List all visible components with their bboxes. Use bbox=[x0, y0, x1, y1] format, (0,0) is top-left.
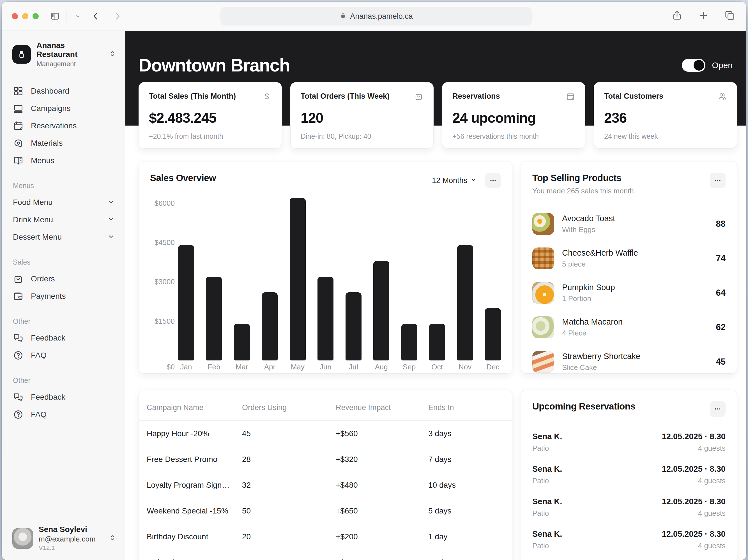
stat-card-total-sales-this-month[interactable]: Total Sales (This Month)$2.483.245+20.1%… bbox=[139, 82, 282, 149]
chrome-divider bbox=[66, 10, 67, 22]
product-row-matcha-macaron[interactable]: Matcha Macaron4 Piece62 bbox=[532, 310, 726, 344]
sidebar-item-payments[interactable]: Payments bbox=[11, 288, 117, 305]
product-row-cheese-herb-waffle[interactable]: Cheese&Herb Waffle5 piece74 bbox=[532, 241, 726, 275]
bar-jun[interactable] bbox=[318, 277, 333, 361]
workspace-switcher[interactable]: Ananas Restaurant Management bbox=[11, 39, 117, 68]
sidebar-item-orders[interactable]: Orders bbox=[11, 270, 117, 288]
open-toggle[interactable] bbox=[682, 59, 705, 72]
calendar-icon bbox=[13, 121, 24, 131]
minimize-window-button[interactable] bbox=[22, 13, 28, 19]
address-bar[interactable]: Ananas.pamelo.ca bbox=[220, 7, 532, 25]
chart-x-axis: JanFebMarAprMayJunJulAugSepOctNovDec bbox=[178, 361, 501, 373]
chart-y-zero: $0 bbox=[150, 361, 178, 373]
table-cell: 3 days bbox=[428, 429, 504, 438]
stat-card-total-customers[interactable]: Total Customers23624 new this week bbox=[594, 82, 737, 149]
reservation-row-2[interactable]: Sena K.Patio12.05.2025 · 8.304 guests bbox=[532, 462, 726, 494]
sidebar-item-label: Payments bbox=[31, 292, 66, 301]
user-menu[interactable]: Sena Soylevi m@example.com V12.1 bbox=[11, 522, 117, 553]
bar-cell bbox=[485, 198, 501, 361]
share-icon[interactable] bbox=[672, 10, 682, 22]
bar-nov[interactable] bbox=[457, 245, 473, 361]
table-row-happy-hour-20[interactable]: Happy Hour -20%45+$5603 days bbox=[139, 421, 512, 446]
sidebar-item-food-menu[interactable]: Food Menu bbox=[11, 194, 117, 211]
sidebar-item-label: Food Menu bbox=[13, 198, 107, 207]
sidebar-item-faq[interactable]: FAQ bbox=[11, 406, 117, 423]
sidebar-item-label: Drink Menu bbox=[13, 215, 107, 224]
back-button[interactable] bbox=[90, 10, 102, 22]
sales-overview-title: Sales Overview bbox=[150, 173, 216, 183]
top-products-subtitle: You made 265 sales this month. bbox=[532, 187, 636, 195]
sidebar-item-faq[interactable]: FAQ bbox=[11, 347, 117, 364]
sidebar-item-feedback[interactable]: Feedback bbox=[11, 388, 117, 406]
sidebar-sections: MenusFood MenuDrink MenuDessert MenuSale… bbox=[11, 169, 117, 423]
reservation-guests: 4 guests bbox=[662, 477, 726, 485]
reservation-row-1[interactable]: Sena K.Patio12.05.2025 · 8.304 guests bbox=[532, 429, 726, 462]
x-tick-label: Oct bbox=[429, 363, 445, 371]
x-tick-label: Feb bbox=[206, 363, 222, 371]
sidebar-item-materials[interactable]: Materials bbox=[11, 135, 117, 152]
table-row-birthday-discount[interactable]: Birthday Discount20+$2001 day bbox=[139, 524, 512, 550]
sidebar-item-label: Dashboard bbox=[31, 87, 69, 96]
bar-mar[interactable] bbox=[234, 324, 250, 361]
sidebar-item-label: Feedback bbox=[31, 393, 65, 401]
stat-card-reservations[interactable]: Reservations24 upcoming+56 reservations … bbox=[442, 82, 585, 149]
sidebar-toggle-icon[interactable] bbox=[49, 10, 61, 22]
sidebar-item-label: Materials bbox=[31, 139, 63, 148]
table-row-free-dessert-promo[interactable]: Free Dessert Promo28+$3207 days bbox=[139, 446, 512, 472]
bar-feb[interactable] bbox=[206, 277, 222, 361]
table-row-weekend-special-15[interactable]: Weekend Special -15%50+$6505 days bbox=[139, 498, 512, 524]
table-cell: 1 day bbox=[428, 532, 504, 541]
top-products-more-button[interactable] bbox=[710, 173, 726, 188]
section-title-sales: Sales bbox=[13, 258, 117, 266]
tab-overview-icon[interactable] bbox=[724, 10, 735, 22]
sidebar-item-reservations[interactable]: Reservations bbox=[11, 117, 117, 135]
sidebar-item-feedback[interactable]: Feedback bbox=[11, 329, 117, 347]
sidebar-item-label: Menus bbox=[31, 156, 54, 165]
bar-dec[interactable] bbox=[485, 308, 501, 361]
sidebar-item-label: FAQ bbox=[31, 351, 47, 360]
bar-jan[interactable] bbox=[178, 245, 194, 361]
table-cell: +$560 bbox=[336, 429, 428, 438]
sales-overview-more-button[interactable] bbox=[485, 173, 501, 188]
sidebar-item-drink-menu[interactable]: Drink Menu bbox=[11, 211, 117, 228]
workspace-name: Ananas Restaurant bbox=[37, 41, 103, 59]
new-tab-icon[interactable] bbox=[698, 10, 709, 22]
avatar bbox=[12, 528, 33, 549]
reservation-row-3[interactable]: Sena K.Patio12.05.2025 · 8.304 guests bbox=[532, 494, 726, 527]
product-description: 4 Piece bbox=[562, 329, 708, 338]
table-row-referral-bonus[interactable]: Referral Bonus15+$15014 days bbox=[139, 550, 512, 560]
forward-button[interactable] bbox=[111, 10, 124, 22]
bar-sep[interactable] bbox=[401, 324, 417, 361]
sidebar-item-campaigns[interactable]: Campaigns bbox=[11, 100, 117, 117]
reservation-row-4[interactable]: Sena K.Patio12.05.2025 · 8.304 guests bbox=[532, 527, 726, 559]
stat-card-total-orders-this-week[interactable]: Total Orders (This Week)120Dine-in: 80, … bbox=[290, 82, 434, 149]
sidebar-item-menus[interactable]: Menus bbox=[11, 152, 117, 169]
zoom-window-button[interactable] bbox=[32, 13, 39, 19]
bar-apr[interactable] bbox=[262, 292, 278, 361]
product-row-strawberry-shortcake[interactable]: Strawberry ShortcakeSlice Cake45 bbox=[532, 344, 726, 379]
product-row-pumpkin-soup[interactable]: Pumpkin Soup1 Portion64 bbox=[532, 275, 726, 310]
bar-jul[interactable] bbox=[346, 292, 361, 361]
stat-card-value: 236 bbox=[604, 110, 727, 126]
calendar-icon bbox=[566, 92, 575, 102]
section-title-other: Other bbox=[13, 376, 117, 385]
product-image-soup bbox=[532, 282, 554, 304]
table-row-loyalty-program-sign[interactable]: Loyalty Program Sign…32+$48010 days bbox=[139, 472, 512, 498]
sidebar-item-dashboard[interactable]: Dashboard bbox=[11, 82, 117, 100]
close-window-button[interactable] bbox=[12, 13, 18, 19]
user-selector-icon bbox=[109, 534, 116, 543]
section-title-other: Other bbox=[13, 317, 117, 325]
product-sales-count: 88 bbox=[716, 219, 726, 229]
bar-oct[interactable] bbox=[429, 324, 445, 361]
bar-aug[interactable] bbox=[373, 261, 389, 361]
chevron-down-icon[interactable] bbox=[71, 10, 84, 22]
product-row-avocado-toast[interactable]: Avocado ToastWith Eggs88 bbox=[532, 206, 726, 241]
sidebar-item-dessert-menu[interactable]: Dessert Menu bbox=[11, 228, 117, 246]
range-dropdown[interactable]: 12 Months bbox=[432, 176, 477, 185]
x-tick-label: Nov bbox=[457, 363, 473, 371]
reservations-more-button[interactable] bbox=[710, 401, 726, 417]
bar-may[interactable] bbox=[290, 198, 306, 361]
campaigns-panel: Campaign NameOrders UsingRevenue ImpactE… bbox=[139, 390, 512, 560]
wallet-icon bbox=[13, 291, 24, 301]
product-list: Avocado ToastWith Eggs88Cheese&Herb Waff… bbox=[532, 206, 726, 379]
